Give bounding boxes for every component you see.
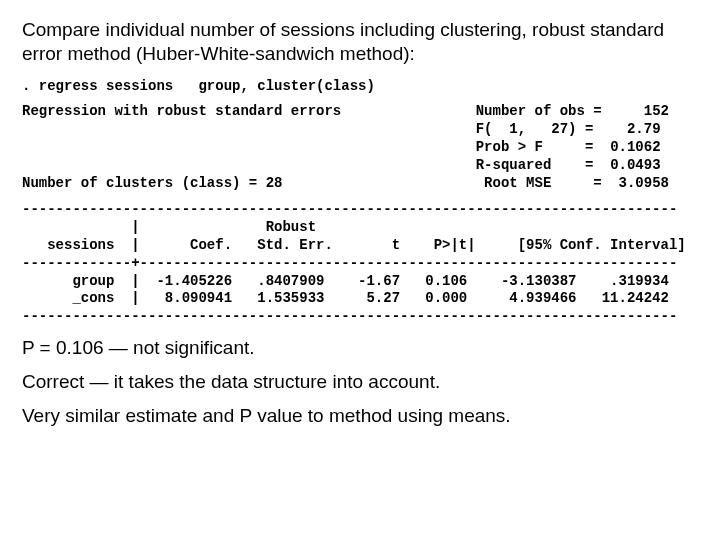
prob-label: Prob > F = [476,139,594,155]
r2-value: 0.0493 [610,157,660,173]
f-value: 2.79 [627,121,661,137]
table-bottom-rule: ----------------------------------------… [22,308,698,326]
slide: Compare individual number of sessions in… [0,0,720,456]
stata-command: . regress sessions group, cluster(class) [22,78,698,96]
table-row: _cons | 8.090941 1.535933 5.27 0.000 4.9… [22,290,698,308]
conclusion-p3: Very similar estimate and P value to met… [22,404,698,428]
conclusion-p2: Correct — it takes the data structure in… [22,370,698,394]
reg-title: Regression with robust standard errors [22,103,341,119]
stats-row-2: F( 1, 27) = 2.79 [22,121,698,139]
rmse-value: 3.0958 [619,175,669,191]
rmse-label: Root MSE = [484,175,602,191]
table-header-robust: | Robust [22,219,698,237]
conclusion-p1: P = 0.106 — not significant. [22,336,698,360]
nobs-value: 152 [644,103,669,119]
clusters-line: Number of clusters (class) = 28 [22,175,282,191]
r2-label: R-squared = [476,157,594,173]
table-mid-rule: -------------+--------------------------… [22,255,698,273]
nobs-label: Number of obs = [476,103,602,119]
table-row: group | -1.405226 .8407909 -1.67 0.106 -… [22,273,698,291]
stats-row-5: Number of clusters (class) = 28 Root MSE… [22,175,698,193]
table-top-rule: ----------------------------------------… [22,201,698,219]
prob-value: 0.1062 [610,139,660,155]
stats-row-1: Regression with robust standard errors N… [22,103,698,121]
stats-row-3: Prob > F = 0.1062 [22,139,698,157]
table-header-cols: sessions | Coef. Std. Err. t P>|t| [95% … [22,237,698,255]
f-label: F( 1, 27) = [476,121,594,137]
stats-row-4: R-squared = 0.0493 [22,157,698,175]
slide-heading: Compare individual number of sessions in… [22,18,698,66]
